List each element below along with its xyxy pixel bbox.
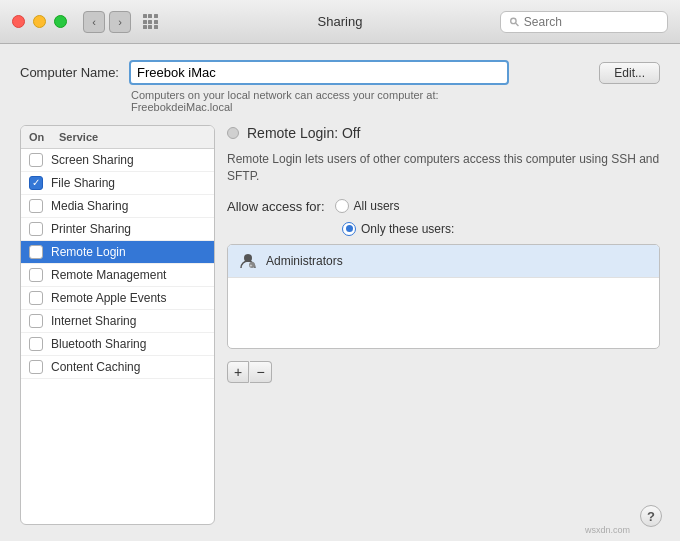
computer-name-label: Computer Name: [20, 60, 119, 80]
checkbox-remote-apple-events[interactable] [29, 291, 43, 305]
radio-btn-all-users[interactable] [335, 199, 349, 213]
service-label-file-sharing: File Sharing [51, 176, 115, 190]
user-avatar-icon: + [238, 251, 258, 271]
title-bar: ‹ › Sharing [0, 0, 680, 44]
radio-only-these-users[interactable]: Only these users: [342, 222, 454, 236]
close-button[interactable] [12, 15, 25, 28]
service-item-remote-apple-events[interactable]: Remote Apple Events [21, 287, 214, 310]
minimize-button[interactable] [33, 15, 46, 28]
service-item-screen-sharing[interactable]: Screen Sharing [21, 149, 214, 172]
service-label-screen-sharing: Screen Sharing [51, 153, 134, 167]
grid-icon [143, 14, 158, 29]
search-icon [509, 16, 520, 28]
window-controls [12, 15, 67, 28]
checkbox-file-sharing[interactable] [29, 176, 43, 190]
add-user-button[interactable]: + [227, 361, 249, 383]
service-item-printer-sharing[interactable]: Printer Sharing [21, 218, 214, 241]
search-input[interactable] [524, 15, 659, 29]
computer-name-hint: Computers on your local network can acce… [131, 89, 589, 113]
checkbox-internet-sharing[interactable] [29, 314, 43, 328]
access-row: Allow access for: All users [227, 199, 660, 214]
service-list-header: On Service [21, 126, 214, 149]
help-button[interactable]: ? [640, 505, 662, 527]
service-item-internet-sharing[interactable]: Internet Sharing [21, 310, 214, 333]
status-description: Remote Login lets users of other compute… [227, 151, 660, 185]
service-label-content-caching: Content Caching [51, 360, 140, 374]
main-content: Computer Name: Computers on your local n… [0, 44, 680, 541]
status-title: Remote Login: Off [247, 125, 360, 141]
checkbox-content-caching[interactable] [29, 360, 43, 374]
computer-name-fields: Computers on your local network can acce… [129, 60, 589, 113]
radio-only-these-users-row: Only these users: [342, 222, 660, 236]
radio-label-only-these-users: Only these users: [361, 222, 454, 236]
service-label-printer-sharing: Printer Sharing [51, 222, 131, 236]
access-section: Allow access for: All users Only these u… [227, 199, 660, 383]
service-item-media-sharing[interactable]: Media Sharing [21, 195, 214, 218]
service-item-remote-login[interactable]: Remote Login [21, 241, 214, 264]
grid-button[interactable] [139, 11, 161, 33]
column-service: Service [59, 131, 98, 143]
service-label-media-sharing: Media Sharing [51, 199, 128, 213]
computer-address: FreebokdeiMac.local [131, 101, 233, 113]
window-title: Sharing [318, 14, 363, 29]
svg-text:+: + [250, 262, 253, 268]
radio-btn-only-these-users[interactable] [342, 222, 356, 236]
user-item-administrators[interactable]: + Administrators [228, 245, 659, 278]
checkbox-remote-login[interactable] [29, 245, 43, 259]
watermark: wsxdn.com [585, 525, 630, 535]
checkbox-bluetooth-sharing[interactable] [29, 337, 43, 351]
computer-name-input[interactable] [129, 60, 509, 85]
right-panel: Remote Login: Off Remote Login lets user… [227, 125, 660, 525]
status-indicator [227, 127, 239, 139]
service-item-remote-management[interactable]: Remote Management [21, 264, 214, 287]
status-row: Remote Login: Off [227, 125, 660, 141]
remove-user-button[interactable]: − [250, 361, 272, 383]
checkbox-media-sharing[interactable] [29, 199, 43, 213]
service-label-bluetooth-sharing: Bluetooth Sharing [51, 337, 146, 351]
column-on: On [29, 131, 59, 143]
service-item-content-caching[interactable]: Content Caching [21, 356, 214, 379]
forward-button[interactable]: › [109, 11, 131, 33]
search-bar[interactable] [500, 11, 668, 33]
body-area: On Service Screen Sharing File Sharing M… [20, 125, 660, 525]
service-label-remote-login: Remote Login [51, 245, 126, 259]
radio-label-all-users: All users [354, 199, 400, 213]
users-list-empty-area [228, 278, 659, 348]
checkbox-screen-sharing[interactable] [29, 153, 43, 167]
nav-arrows: ‹ › [83, 11, 131, 33]
user-name-administrators: Administrators [266, 254, 343, 268]
service-item-file-sharing[interactable]: File Sharing [21, 172, 214, 195]
service-label-internet-sharing: Internet Sharing [51, 314, 136, 328]
radio-all-users[interactable]: All users [335, 199, 400, 213]
maximize-button[interactable] [54, 15, 67, 28]
users-controls: + − [227, 361, 660, 383]
service-label-remote-management: Remote Management [51, 268, 166, 282]
back-button[interactable]: ‹ [83, 11, 105, 33]
checkbox-remote-management[interactable] [29, 268, 43, 282]
checkbox-printer-sharing[interactable] [29, 222, 43, 236]
service-list: On Service Screen Sharing File Sharing M… [20, 125, 215, 525]
access-label: Allow access for: [227, 199, 325, 214]
computer-name-row: Computer Name: Computers on your local n… [20, 60, 660, 113]
svg-line-1 [516, 23, 519, 26]
svg-point-0 [511, 18, 516, 23]
users-list: + Administrators [227, 244, 660, 349]
edit-button[interactable]: Edit... [599, 62, 660, 84]
service-label-remote-apple-events: Remote Apple Events [51, 291, 166, 305]
service-item-bluetooth-sharing[interactable]: Bluetooth Sharing [21, 333, 214, 356]
